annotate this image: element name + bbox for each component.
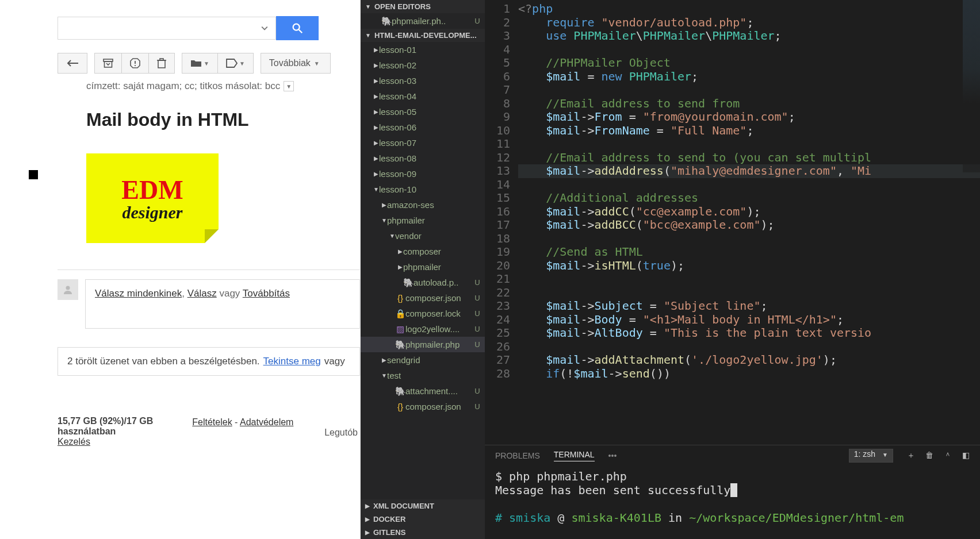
code-line[interactable]: $mail = new PHPMailer; [518,70,980,84]
code-line[interactable]: $mail->isHTML(true); [518,259,980,273]
tree-item[interactable]: ▶composer [361,244,485,259]
privacy-link[interactable]: Adatvédelem [240,417,293,427]
delete-button[interactable] [149,53,175,74]
caret-icon: ▼ [373,186,379,192]
tree-item[interactable]: {}composer.jsonU [361,290,485,306]
tree-item[interactable]: {}composer.jsonU [361,399,485,414]
archive-button[interactable] [94,53,122,74]
code-line[interactable] [518,43,980,57]
code-line[interactable]: //Email address to send to (you can set … [518,151,980,165]
code-line[interactable]: //Email address to send from [518,97,980,111]
expand-recipients-icon[interactable]: ▼ [284,81,294,91]
code-line[interactable]: //Send as HTML [518,245,980,259]
code-line[interactable]: $mail->From = "from@yourdomain.com"; [518,110,980,124]
code-line[interactable]: $mail->addBCC("bcc@example.com"); [518,218,980,232]
reply-link[interactable]: Válasz [187,288,217,299]
code-line[interactable]: $mail->FromName = "Full Name"; [518,124,980,138]
kill-terminal-icon[interactable]: 🗑 [925,451,933,461]
gmail-search-button[interactable] [276,16,319,40]
tree-item[interactable]: ▶lesson-09 [361,166,485,182]
tree-item[interactable]: ▼lesson-10 [361,182,485,197]
gmail-search-input[interactable] [58,17,276,40]
code-line[interactable] [518,340,980,354]
tree-item[interactable]: ▶lesson-03 [361,73,485,88]
collapsed-section-header[interactable]: ▶GITLENS [361,526,485,539]
code-line[interactable]: use PHPMailer\PHPMailer\PHPMailer; [518,29,980,43]
move-to-button[interactable]: ▼ [182,53,218,74]
terminal-shell-select[interactable]: 1: zsh [849,449,893,463]
code-line[interactable] [518,286,980,300]
tree-item[interactable]: ▶lesson-02 [361,57,485,73]
reply-all-link[interactable]: Válasz mindenkinek [95,288,182,299]
tree-item[interactable]: ▼phpmailer [361,213,485,228]
code-line[interactable]: $mail->addCC("cc@example.com"); [518,205,980,219]
more-label: Továbbiak [269,58,311,68]
code-line[interactable] [518,272,980,286]
tree-item[interactable]: ▶lesson-07 [361,135,485,151]
code-line[interactable]: if(!$mail->send()) [518,367,980,381]
section-label: XML DOCUMENT [373,502,434,510]
back-button[interactable] [58,53,87,74]
open-editor-item[interactable]: 🐘 phpmailer.ph.. U [361,13,485,29]
caret-icon: ▶ [373,47,379,53]
terminal-output[interactable]: $ php phpmailer.phpMessage has been sent… [485,466,980,539]
logo-line1: EDM [121,175,183,205]
more-button[interactable]: Továbbiak ▼ [261,53,331,74]
tree-item[interactable]: ▼vendor [361,228,485,244]
tree-item[interactable]: ▨logo2yellow....U [361,321,485,337]
line-number: 20 [485,259,510,273]
tab-problems[interactable]: PROBLEMS [495,451,540,460]
tree-item[interactable]: 🐘autoload.p..U [361,275,485,290]
code-editor[interactable]: 1234567891011121314151617181920212223242… [485,0,980,445]
panel-up-icon[interactable]: ＾ [944,451,952,461]
spam-button[interactable] [122,53,149,74]
code-content[interactable]: <?php require "vendor/autoload.php"; use… [518,0,980,445]
tree-item[interactable]: ▶phpmailer [361,259,485,275]
tree-item[interactable]: ▶sendgrid [361,352,485,368]
attachment-image[interactable]: EDM designer [86,153,219,243]
minimap[interactable] [963,0,980,172]
forward-link[interactable]: Továbbítás [243,288,290,299]
view-deleted-link[interactable]: Tekintse meg [263,356,321,367]
collapsed-section-header[interactable]: ▶XML DOCUMENT [361,499,485,513]
labels-button[interactable]: ▼ [218,53,254,74]
panel-toggle-icon[interactable]: ◧ [962,451,970,461]
tree-item[interactable]: ▼test [361,368,485,383]
tree-item[interactable]: ▶lesson-04 [361,88,485,104]
code-line[interactable]: <?php [518,2,980,16]
tree-item-label: lesson-09 [379,169,473,179]
php-icon: 🐘 [395,386,405,396]
tab-more[interactable]: ••• [608,451,617,460]
tree-item[interactable]: ▶lesson-01 [361,42,485,57]
terms-link[interactable]: Feltételek [192,417,232,427]
manage-link[interactable]: Kezelés [58,437,90,446]
search-options-dropdown-icon[interactable] [258,22,271,34]
code-line[interactable] [518,137,980,151]
open-editors-header[interactable]: ▼ OPEN EDITORS [361,0,485,13]
tree-item[interactable]: 🐘attachment....U [361,383,485,399]
new-terminal-icon[interactable]: ＋ [907,451,915,461]
code-line[interactable] [518,232,980,246]
code-line[interactable] [518,83,980,97]
tab-terminal[interactable]: TERMINAL [554,450,595,461]
tree-item[interactable]: ▶lesson-08 [361,151,485,166]
code-line[interactable]: //Additional addresses [518,191,980,205]
tree-item[interactable]: 🔒composer.lockU [361,306,485,321]
code-line[interactable]: //PHPMailer Object [518,56,980,70]
tree-item[interactable]: ▶lesson-06 [361,120,485,135]
svg-rect-9 [160,59,163,60]
code-line[interactable]: $mail->Subject = "Subject line"; [518,299,980,313]
code-line[interactable]: $mail->AltBody = "This is the plain text… [518,326,980,340]
code-line[interactable] [518,178,980,192]
tree-item[interactable]: 🐘phpmailer.phpU [361,337,485,352]
tree-item[interactable]: ▶amazon-ses [361,197,485,213]
collapsed-section-header[interactable]: ▶DOCKER [361,513,485,526]
code-line[interactable]: require "vendor/autoload.php"; [518,16,980,30]
tree-item[interactable]: ▶lesson-05 [361,104,485,120]
reply-box[interactable]: Válasz mindenkinek, Válasz vagy Továbbít… [85,279,360,329]
line-number: 1 [485,2,510,16]
code-line[interactable]: $mail->addAddress("mihaly@edmdesigner.co… [518,164,980,178]
code-line[interactable]: $mail->Body = "<h1>Mail body in HTML</h1… [518,313,980,327]
code-line[interactable]: $mail->addAttachment('./logo2yellow.jpg'… [518,353,980,367]
project-header[interactable]: ▼ HTML-EMAIL-DEVELOPME... [361,29,485,42]
